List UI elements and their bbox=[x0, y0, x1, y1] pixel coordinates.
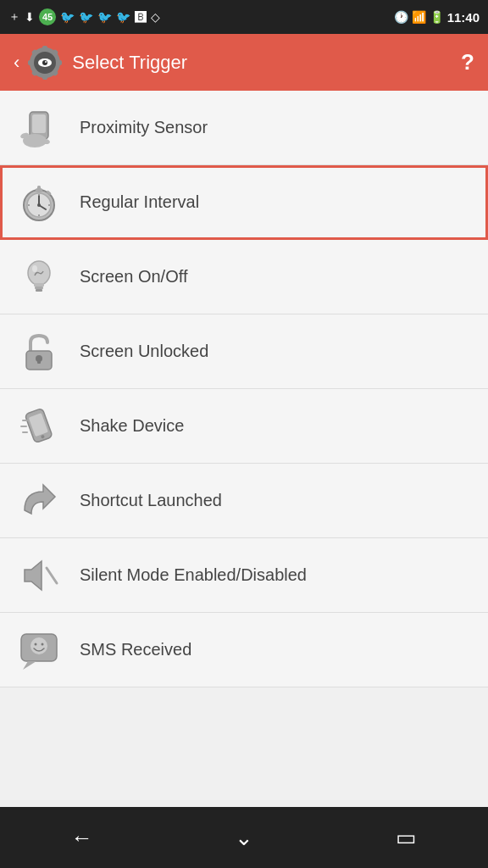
svg-rect-36 bbox=[36, 289, 42, 292]
list-item-silent-mode[interactable]: Silent Mode Enabled/Disabled bbox=[0, 538, 488, 613]
proximity-sensor-label: Proximity Sensor bbox=[80, 118, 208, 137]
twitter-icon-3: 🐦 bbox=[97, 10, 112, 24]
svg-rect-35 bbox=[35, 287, 43, 289]
twitter-icon-4: 🐦 bbox=[116, 10, 130, 24]
svg-point-28 bbox=[37, 203, 41, 207]
list-item-sms-received[interactable]: SMS Received bbox=[0, 613, 488, 687]
svg-marker-47 bbox=[25, 561, 42, 590]
twitter-icon-2: 🐦 bbox=[79, 10, 93, 24]
app-icon bbox=[26, 44, 64, 81]
svg-line-48 bbox=[47, 568, 57, 583]
signal-icon: 📶 bbox=[412, 10, 426, 24]
silent-mode-label: Silent Mode Enabled/Disabled bbox=[80, 565, 307, 585]
svg-rect-24 bbox=[37, 186, 41, 190]
svg-point-53 bbox=[42, 643, 44, 645]
svg-point-52 bbox=[35, 643, 37, 645]
home-nav-button[interactable]: ⌄ bbox=[214, 816, 274, 860]
app-bar-title: Select Trigger bbox=[72, 52, 461, 74]
svg-rect-2 bbox=[42, 46, 47, 52]
help-button[interactable]: ? bbox=[461, 49, 474, 75]
battery-icon: 🔋 bbox=[430, 10, 444, 24]
regular-interval-label: Regular Interval bbox=[80, 192, 199, 212]
back-nav-button[interactable]: ← bbox=[51, 816, 114, 860]
shake-device-icon bbox=[14, 401, 64, 452]
svg-point-20 bbox=[23, 134, 47, 147]
regular-interval-icon bbox=[14, 177, 64, 228]
list-item-shake-device[interactable]: Shake Device bbox=[0, 389, 488, 464]
svg-rect-4 bbox=[28, 60, 34, 65]
svg-point-12 bbox=[45, 61, 47, 63]
twitter-icon-1: 🐦 bbox=[60, 10, 75, 24]
app-bar: ‹ Select Trigger ? bbox=[0, 34, 488, 91]
nfc-icon: ◇ bbox=[151, 10, 160, 24]
time-display: 11:40 bbox=[447, 10, 480, 25]
list-item-shortcut-launched[interactable]: Shortcut Launched bbox=[0, 464, 488, 538]
screen-unlocked-icon bbox=[14, 326, 64, 377]
sms-received-label: SMS Received bbox=[80, 640, 191, 659]
svg-rect-34 bbox=[34, 283, 44, 287]
clock-icon: 🕐 bbox=[394, 10, 408, 24]
back-button[interactable]: ‹ bbox=[14, 52, 19, 74]
screen-on-off-label: Screen On/Off bbox=[80, 267, 187, 287]
svg-point-51 bbox=[30, 637, 47, 654]
svg-rect-14 bbox=[32, 114, 46, 133]
list-item-proximity-sensor[interactable]: Proximity Sensor bbox=[0, 91, 488, 165]
svg-point-37 bbox=[32, 265, 37, 272]
notification-count: 45 bbox=[39, 8, 56, 25]
status-bar: ＋ ⬇ 45 🐦 🐦 🐦 🐦 🅱 ◇ 🕐 📶 🔋 11:40 bbox=[0, 0, 488, 34]
screen-on-off-icon bbox=[14, 252, 64, 303]
shortcut-launched-label: Shortcut Launched bbox=[80, 491, 222, 510]
status-right: 🕐 📶 🔋 11:40 bbox=[394, 10, 480, 25]
svg-rect-40 bbox=[37, 359, 41, 364]
svg-rect-5 bbox=[56, 60, 62, 65]
proximity-sensor-icon bbox=[14, 103, 64, 153]
shortcut-launched-icon bbox=[14, 476, 64, 526]
screen-unlocked-label: Screen Unlocked bbox=[80, 342, 208, 361]
trigger-list: Proximity Sensor bbox=[0, 91, 488, 807]
svg-point-11 bbox=[42, 60, 47, 65]
download-icon: ⬇ bbox=[25, 10, 35, 24]
silent-mode-icon bbox=[14, 550, 64, 601]
bottom-nav: ← ⌄ ▭ bbox=[0, 807, 488, 868]
list-item-screen-unlocked[interactable]: Screen Unlocked bbox=[0, 314, 488, 389]
status-left: ＋ ⬇ 45 🐦 🐦 🐦 🐦 🅱 ◇ bbox=[8, 8, 160, 25]
sms-received-icon bbox=[14, 625, 64, 676]
list-item-regular-interval[interactable]: Regular Interval bbox=[0, 165, 488, 240]
list-item-screen-on-off[interactable]: Screen On/Off bbox=[0, 240, 488, 314]
bluetooth-icon: 🅱 bbox=[135, 10, 147, 24]
shake-device-label: Shake Device bbox=[80, 416, 184, 436]
svg-marker-50 bbox=[23, 661, 36, 670]
recents-nav-button[interactable]: ▭ bbox=[375, 816, 437, 860]
svg-rect-3 bbox=[42, 74, 47, 80]
add-icon: ＋ bbox=[8, 9, 20, 25]
